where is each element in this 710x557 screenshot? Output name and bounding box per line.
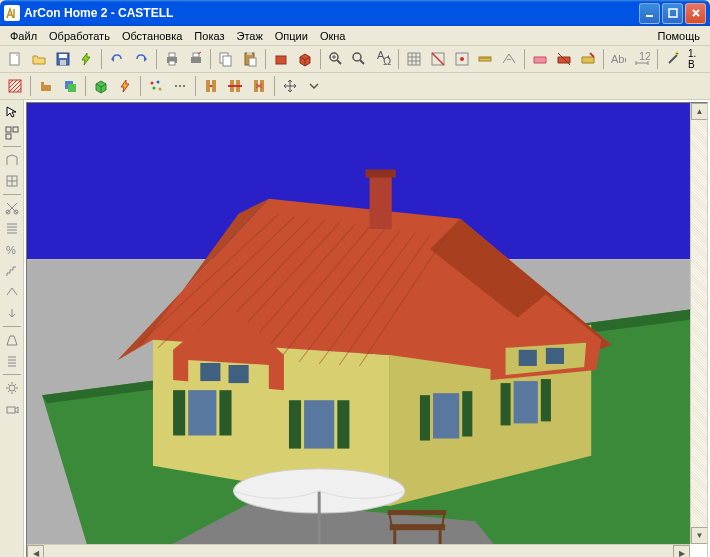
svg-text:Abc: Abc [611,53,626,65]
layers-panel-icon[interactable] [59,75,81,97]
grid-tool-icon[interactable] [2,219,22,239]
text-label-icon[interactable]: Abc [608,48,630,70]
toolbar-end-label[interactable]: 1. B [686,51,706,67]
redo-icon[interactable] [130,48,152,70]
wall-tool-icon[interactable] [2,150,22,170]
grid-off-icon[interactable] [427,48,449,70]
menu-file[interactable]: Файл [4,28,43,44]
horizontal-scrollbar[interactable]: ◀ ▶ [27,544,690,557]
3d-view-icon[interactable] [294,48,316,70]
svg-rect-14 [247,52,252,55]
svg-point-35 [153,87,156,90]
camera-tool-icon[interactable] [2,399,22,419]
selection-group-icon[interactable] [2,123,22,143]
menu-view[interactable]: Показ [188,28,230,44]
layers-icon[interactable] [553,48,575,70]
new-file-icon[interactable] [4,48,26,70]
svg-rect-54 [7,407,15,413]
svg-rect-96 [501,383,511,425]
svg-rect-32 [68,84,76,92]
menu-floor[interactable]: Этаж [230,28,268,44]
roof-tool-icon[interactable] [2,282,22,302]
menu-options[interactable]: Опции [269,28,314,44]
viewport-container: ▲ ▼ ◀ ▶ [24,100,710,557]
percent-tool-icon[interactable]: % [2,240,22,260]
window-title: ArCon Home 2 - CASTELL [24,6,639,20]
svg-rect-86 [546,348,564,364]
menubar: Файл Обработать Обстановка Показ Этаж Оп… [0,26,710,46]
menu-edit[interactable]: Обработать [43,28,116,44]
undo-icon[interactable] [106,48,128,70]
svg-rect-89 [219,390,231,435]
scatter-icon[interactable] [145,75,167,97]
dimension-text-icon[interactable]: 12 [631,48,653,70]
zoom-in-icon[interactable] [325,48,347,70]
stairs-icon[interactable] [2,261,22,281]
cut-tool-icon[interactable] [2,198,22,218]
measure-icon[interactable] [475,48,497,70]
box-3d-icon[interactable] [90,75,112,97]
svg-rect-7 [169,53,175,57]
svg-rect-46 [6,127,11,132]
svg-rect-9 [191,57,201,63]
svg-rect-45 [260,80,264,92]
floor-edit-icon[interactable] [577,48,599,70]
bolt-red-icon[interactable] [114,75,136,97]
svg-point-38 [179,85,181,87]
list-tool-icon[interactable] [2,351,22,371]
save-file-icon[interactable] [52,48,74,70]
svg-point-36 [159,88,162,91]
paste-icon[interactable] [239,48,261,70]
zoom-fit-icon[interactable] [348,48,370,70]
pointer-tool-icon[interactable] [2,102,22,122]
cursor-down-icon[interactable] [2,303,22,323]
room-tool-icon[interactable] [2,171,22,191]
hatch-icon[interactable] [4,75,26,97]
svg-point-24 [460,57,464,61]
close-button[interactable] [685,3,706,24]
3d-viewport[interactable]: ▲ ▼ ◀ ▶ [26,102,708,557]
dots-icon[interactable] [169,75,191,97]
vertical-scrollbar[interactable]: ▲ ▼ [690,103,707,544]
angle-measure-icon[interactable] [498,48,520,70]
svg-rect-82 [229,365,249,383]
svg-rect-41 [212,80,216,92]
svg-rect-88 [188,390,216,435]
dropdown-icon[interactable] [303,75,325,97]
print-preview-icon[interactable] [185,48,207,70]
menu-windows[interactable]: Окна [314,28,352,44]
toolbar-main: AΩ Abc 12 1. B [0,46,710,73]
svg-text:%: % [6,244,16,256]
lightning-icon[interactable] [75,48,97,70]
grid-on-icon[interactable] [403,48,425,70]
perspective-icon[interactable] [2,330,22,350]
door-in-icon[interactable] [200,75,222,97]
menu-furnish[interactable]: Обстановка [116,28,188,44]
2d-view-icon[interactable] [270,48,292,70]
svg-rect-40 [206,80,210,92]
alpha-icon[interactable]: AΩ [372,48,394,70]
print-icon[interactable] [161,48,183,70]
open-file-icon[interactable] [28,48,50,70]
grid-snap-icon[interactable] [451,48,473,70]
svg-point-18 [353,53,361,61]
light-tool-icon[interactable] [2,378,22,398]
move-icon[interactable] [279,75,301,97]
maximize-button[interactable] [662,3,683,24]
svg-rect-90 [289,400,301,448]
svg-rect-5 [60,60,66,65]
svg-rect-16 [276,56,286,64]
door-swap-icon[interactable] [248,75,270,97]
menu-help[interactable]: Помощь [652,28,707,44]
furniture-icon[interactable] [35,75,57,97]
svg-rect-47 [13,127,18,132]
app-icon [4,5,20,21]
door-out-icon[interactable] [224,75,246,97]
svg-rect-48 [6,134,11,139]
copy-icon[interactable] [215,48,237,70]
svg-point-33 [151,82,154,85]
minimize-button[interactable] [639,3,660,24]
svg-rect-44 [254,80,258,92]
magic-wand-icon[interactable] [662,48,684,70]
visibility-icon[interactable] [529,48,551,70]
